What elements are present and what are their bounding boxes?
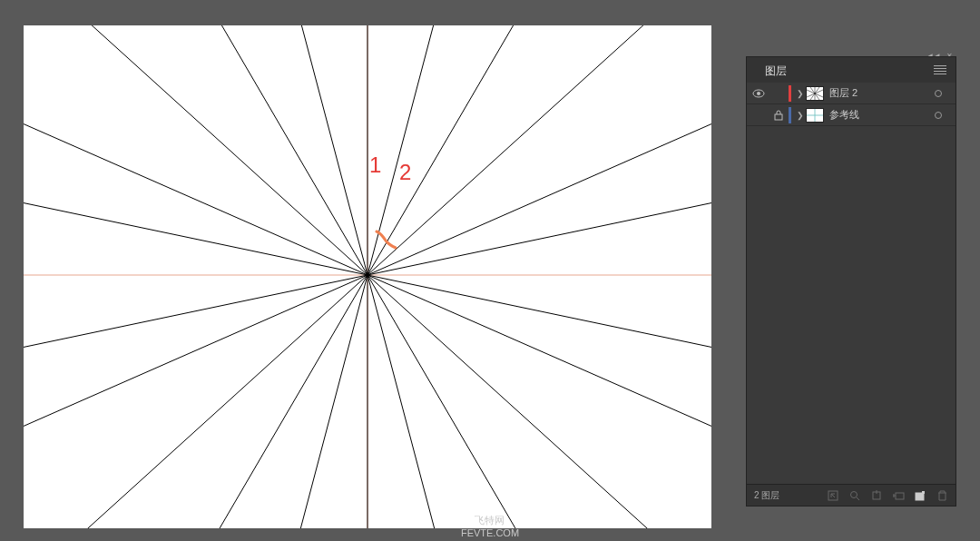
svg-line-23 (278, 25, 368, 275)
svg-line-8 (368, 275, 711, 370)
svg-line-16 (24, 275, 368, 528)
lock-toggle[interactable] (770, 110, 787, 121)
panel-header: 图层 (747, 57, 956, 83)
svg-line-21 (24, 25, 368, 275)
svg-line-17 (24, 275, 368, 475)
svg-rect-37 (775, 114, 782, 120)
svg-line-7 (368, 180, 711, 275)
canvas[interactable]: 1 2 (24, 25, 711, 528)
svg-line-43 (857, 497, 859, 500)
svg-line-5 (368, 25, 711, 275)
expand-toggle[interactable]: ❯ (795, 111, 806, 120)
svg-line-10 (368, 275, 711, 528)
svg-rect-46 (896, 493, 904, 499)
eye-icon (752, 89, 765, 98)
layers-list: ❯ 图层 2 ❯ 参考线 (747, 83, 956, 126)
delete-icon[interactable] (936, 489, 948, 502)
annotation-2: 2 (399, 160, 411, 185)
layer-thumb (806, 108, 824, 123)
svg-point-25 (757, 92, 760, 95)
layer-name[interactable]: 参考线 (829, 108, 928, 122)
watermark: 飞特网 FEVTE.COM (461, 514, 519, 539)
svg-line-15 (169, 275, 368, 528)
layer-row[interactable]: ❯ 图层 2 (747, 83, 956, 104)
svg-line-6 (368, 75, 711, 275)
svg-line-11 (368, 275, 566, 528)
svg-line-14 (278, 275, 368, 528)
svg-line-18 (24, 275, 368, 370)
svg-point-42 (851, 491, 858, 497)
arc-mark (374, 230, 397, 250)
svg-line-22 (169, 25, 368, 275)
layer-name[interactable]: 图层 2 (829, 86, 928, 100)
svg-rect-47 (916, 493, 924, 500)
svg-line-20 (24, 75, 368, 275)
expand-toggle[interactable]: ❯ (795, 89, 806, 98)
clipping-mask-icon[interactable] (870, 489, 883, 502)
layer-color (789, 85, 791, 102)
search-icon[interactable] (848, 489, 861, 502)
new-sublayer-icon[interactable] (892, 489, 905, 502)
visibility-toggle[interactable] (747, 89, 770, 98)
svg-line-19 (24, 180, 368, 275)
layer-thumb (806, 86, 824, 101)
layers-panel: 图层 ❯ 图层 2 ❯ (746, 56, 956, 507)
target-icon[interactable] (928, 112, 948, 119)
panel-footer: 2 图层 (747, 484, 956, 506)
annotation-1: 1 (369, 152, 381, 178)
panel-body (747, 126, 956, 484)
layers-tab[interactable]: 图层 (756, 56, 796, 84)
layer-color (789, 107, 791, 123)
layer-row[interactable]: ❯ 参考线 (747, 104, 956, 126)
target-icon[interactable] (928, 90, 948, 97)
svg-line-9 (368, 275, 711, 475)
svg-line-12 (368, 275, 457, 528)
new-layer-icon[interactable] (914, 489, 926, 502)
layer-count: 2 图层 (754, 489, 779, 502)
watermark-line1: 飞特网 (461, 514, 519, 526)
watermark-line2: FEVTE.COM (461, 526, 519, 539)
lock-icon (774, 110, 783, 121)
locate-object-icon[interactable] (827, 489, 839, 502)
panel-menu-icon[interactable] (934, 65, 946, 74)
